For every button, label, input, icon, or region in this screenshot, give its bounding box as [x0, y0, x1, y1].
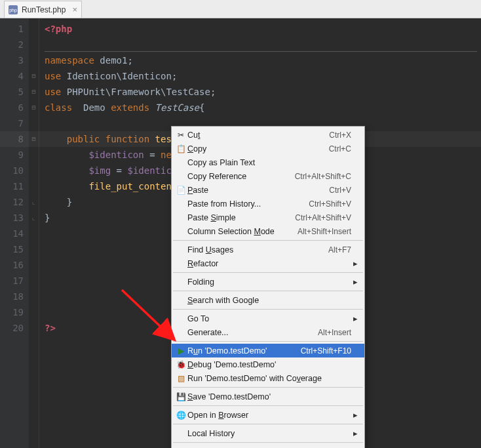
menu-item-label: Paste Simple — [187, 213, 288, 222]
menu-item-shortcut: Ctrl+Shift+F10 — [301, 346, 351, 356]
menu-item[interactable]: 🌐Open in Browser▸ — [172, 408, 364, 422]
submenu-arrow-icon: ▸ — [351, 277, 358, 287]
menu-item[interactable]: Column Selection ModeAlt+Shift+Insert — [172, 224, 364, 238]
menu-item-shortcut: Ctrl+X — [329, 131, 351, 140]
🐞-icon: 🐞 — [174, 360, 187, 369]
menu-separator — [173, 341, 363, 342]
menu-item-label: Local History — [187, 429, 345, 438]
menu-item-label: Search with Google — [187, 296, 345, 305]
close-tab-icon[interactable]: × — [72, 5, 77, 14]
menu-item[interactable]: Folding▸ — [172, 275, 364, 289]
menu-item-shortcut: Alt+Shift+Insert — [298, 227, 351, 236]
menu-item-label: Save 'Demo.testDemo' — [187, 392, 345, 401]
menu-item-label: Go To — [187, 314, 345, 323]
menu-item-shortcut: Ctrl+Alt+Shift+C — [295, 172, 351, 181]
💾-icon: 💾 — [174, 392, 187, 401]
menu-item[interactable]: 🐞Debug 'Demo.testDemo' — [172, 357, 364, 371]
menu-separator — [173, 387, 363, 388]
▧-icon: ▧ — [174, 374, 187, 383]
file-tab-runtest[interactable]: php RunTest.php × — [4, 1, 82, 18]
menu-item-label: Column Selection Mode — [187, 227, 291, 236]
code-line: use PHPUnit\Framework\TestCase; — [45, 84, 481, 100]
menu-item-label: Refactor — [187, 259, 345, 268]
menu-item-shortcut: Alt+Insert — [318, 328, 351, 337]
📄-icon: 📄 — [174, 186, 187, 195]
menu-item[interactable]: Search with Google — [172, 293, 364, 307]
menu-item-shortcut: Ctrl+Alt+Shift+V — [295, 213, 351, 222]
fold-gutter — [29, 18, 39, 448]
menu-item[interactable]: Paste from History...Ctrl+Shift+V — [172, 197, 364, 211]
code-line: class Demo extends TestCase{ — [45, 100, 481, 115]
menu-item[interactable]: Compare with Clipboard — [172, 445, 364, 448]
menu-separator — [173, 240, 363, 241]
menu-item-label: Debug 'Demo.testDemo' — [187, 360, 345, 369]
code-line — [45, 37, 481, 52]
menu-item[interactable]: 📋CopyCtrl+C — [172, 142, 364, 155]
menu-item[interactable]: ▧Run 'Demo.testDemo' with Coverage — [172, 371, 364, 385]
code-line: use Identicon\Identicon; — [45, 68, 481, 84]
menu-item[interactable]: Paste SimpleCtrl+Alt+Shift+V — [172, 211, 364, 224]
✂-icon: ✂ — [174, 131, 187, 140]
menu-item-label: Cut — [187, 131, 322, 140]
menu-item[interactable]: Find UsagesAlt+F7 — [172, 243, 364, 256]
menu-item[interactable]: Copy as Plain Text — [172, 155, 364, 169]
menu-item-label: Run 'Demo.testDemo' — [187, 346, 294, 356]
context-menu: ✂CutCtrl+X📋CopyCtrl+CCopy as Plain TextC… — [171, 126, 365, 448]
menu-item[interactable]: Go To▸ — [172, 312, 364, 325]
submenu-arrow-icon: ▸ — [351, 428, 358, 438]
menu-item[interactable]: 📄PasteCtrl+V — [172, 183, 364, 197]
menu-item-shortcut: Ctrl+C — [329, 144, 351, 153]
📋-icon: 📋 — [174, 144, 187, 153]
▶-icon: ▶ — [174, 346, 187, 356]
code-line: <?php — [45, 21, 481, 37]
line-number-gutter: 123 456 789 101112 131415 161718 1920 — [0, 18, 29, 448]
submenu-arrow-icon: ▸ — [351, 314, 358, 323]
menu-separator — [173, 291, 363, 291]
svg-text:php: php — [9, 8, 17, 13]
tab-bar: php RunTest.php × — [0, 0, 481, 18]
menu-separator — [173, 272, 363, 273]
🌐-icon: 🌐 — [174, 411, 187, 420]
menu-item-shortcut: Ctrl+Shift+V — [309, 199, 351, 209]
menu-item-label: Run 'Demo.testDemo' with Coverage — [187, 374, 345, 383]
menu-item-label: Find Usages — [187, 245, 322, 255]
menu-item[interactable]: ✂CutCtrl+X — [172, 128, 364, 142]
menu-item-label: Copy as Plain Text — [187, 158, 345, 167]
menu-separator — [173, 424, 363, 424]
submenu-arrow-icon: ▸ — [351, 410, 358, 420]
menu-separator — [173, 442, 363, 443]
menu-item-label: Open in Browser — [187, 411, 345, 420]
menu-item-shortcut: Ctrl+V — [329, 186, 351, 195]
tab-label: RunTest.php — [22, 5, 66, 14]
menu-item[interactable]: Refactor▸ — [172, 256, 364, 270]
menu-item-label: Folding — [187, 277, 345, 287]
menu-separator — [173, 309, 363, 310]
menu-item-shortcut: Alt+F7 — [328, 245, 351, 255]
code-line: namespace demo1; — [45, 52, 481, 68]
menu-item[interactable]: Local History▸ — [172, 426, 364, 440]
menu-separator — [173, 405, 363, 406]
menu-item-label: Copy Reference — [187, 172, 288, 181]
menu-item[interactable]: ▶Run 'Demo.testDemo'Ctrl+Shift+F10 — [172, 344, 364, 357]
menu-item-label: Paste — [187, 186, 322, 195]
menu-item-label: Generate... — [187, 328, 311, 337]
menu-item[interactable]: Copy ReferenceCtrl+Alt+Shift+C — [172, 169, 364, 183]
menu-item-label: Paste from History... — [187, 199, 302, 209]
menu-item[interactable]: Generate...Alt+Insert — [172, 325, 364, 339]
php-file-icon: php — [9, 5, 18, 14]
menu-item[interactable]: 💾Save 'Demo.testDemo' — [172, 390, 364, 403]
menu-item-label: Copy — [187, 144, 322, 153]
submenu-arrow-icon: ▸ — [351, 258, 358, 268]
